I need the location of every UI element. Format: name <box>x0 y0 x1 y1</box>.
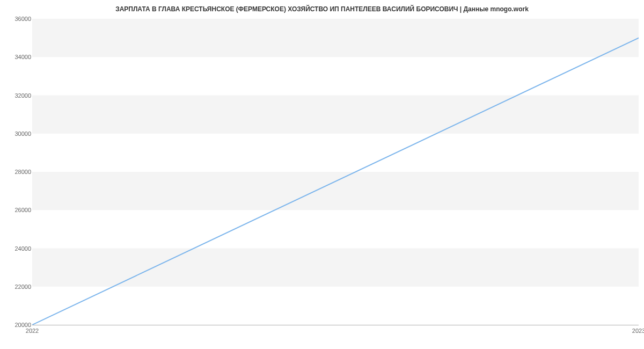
y-tick-label: 28000 <box>4 169 31 175</box>
chart-container: ЗАРПЛАТА В ГЛАВА КРЕСТЬЯНСКОЕ (ФЕРМЕРСКО… <box>0 0 644 349</box>
grid-band <box>32 172 639 210</box>
grid-band <box>32 19 639 57</box>
x-tick-label: 2022 <box>26 328 39 334</box>
grid-band <box>32 249 639 287</box>
y-tick-label: 26000 <box>4 207 31 213</box>
chart-svg <box>32 19 639 325</box>
y-tick-label: 30000 <box>4 130 31 137</box>
y-tick-label: 24000 <box>4 245 31 252</box>
plot-area <box>32 19 639 325</box>
chart-title: ЗАРПЛАТА В ГЛАВА КРЕСТЬЯНСКОЕ (ФЕРМЕРСКО… <box>0 5 644 13</box>
grid-bands <box>32 19 639 287</box>
y-tick-label: 34000 <box>4 54 31 60</box>
grid-band <box>32 96 639 134</box>
y-tick-label: 36000 <box>4 16 31 22</box>
x-tick-label: 2023 <box>632 328 644 334</box>
y-tick-label: 22000 <box>4 283 31 290</box>
y-tick-label: 32000 <box>4 92 31 99</box>
